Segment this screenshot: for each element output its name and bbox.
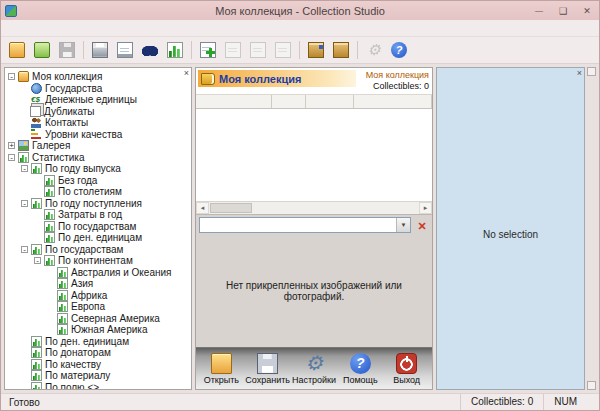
preview-scrollbar[interactable] [587, 67, 596, 390]
tree-item[interactable]: Северная Америка [8, 313, 191, 325]
tree-item[interactable]: - По году выпуска [8, 163, 191, 175]
delete-item-button[interactable] [246, 39, 270, 62]
scrollbar-thumb[interactable] [210, 203, 252, 213]
tree-item[interactable]: Австралия и Океания [8, 267, 191, 279]
tree-item[interactable]: Азия [8, 278, 191, 290]
tree-item[interactable]: Европа [8, 301, 191, 313]
table-column-header[interactable] [196, 95, 272, 108]
tree-expander-icon[interactable] [47, 292, 54, 299]
new-collection-button[interactable] [30, 39, 54, 62]
tree-item-icon [31, 117, 42, 128]
tree-expander-icon[interactable]: - [21, 246, 28, 253]
scroll-down-icon[interactable] [587, 381, 596, 390]
tree-item[interactable]: Контакты [8, 117, 191, 129]
tree-item-icon [31, 382, 42, 390]
tree-item[interactable]: Без года [8, 175, 191, 187]
tree-expander-icon[interactable]: - [34, 257, 41, 264]
tree-expander-icon[interactable] [47, 280, 54, 287]
import-button[interactable] [329, 39, 353, 62]
tree-expander-icon[interactable] [21, 372, 28, 379]
tree-item[interactable]: Уровни качества [8, 129, 191, 141]
tree-expander-icon[interactable] [47, 315, 54, 322]
tree-panel-close-icon[interactable] [184, 69, 189, 78]
attachment-dropdown[interactable] [199, 217, 411, 233]
tree-item[interactable]: Дубликаты [8, 106, 191, 118]
duplicate-item-button[interactable] [271, 39, 295, 62]
tree-item[interactable]: - Моя коллекция [8, 71, 191, 83]
print-button[interactable] [88, 39, 112, 62]
open-button[interactable]: Открыть [200, 353, 242, 385]
tree-item[interactable]: Денежные единицы [8, 94, 191, 106]
tree-item[interactable]: По ден. единицам [8, 232, 191, 244]
open-collection-button[interactable] [5, 39, 29, 62]
tree-item[interactable]: - По континентам [8, 255, 191, 267]
search-button[interactable] [138, 39, 162, 62]
tree-item[interactable]: - По государствам [8, 244, 191, 256]
tree-item[interactable]: По донаторам [8, 347, 191, 359]
toolbar-button-icon [391, 42, 407, 58]
table-column-header[interactable] [354, 95, 432, 108]
help-button[interactable]: Помощь [339, 353, 381, 385]
tree-item[interactable]: Государства [8, 83, 191, 95]
print-preview-button[interactable] [113, 39, 137, 62]
tree-expander-icon[interactable] [21, 384, 28, 390]
table-body[interactable] [196, 109, 432, 201]
statistics-button[interactable] [163, 39, 187, 62]
tree-item[interactable]: Южная Америка [8, 324, 191, 336]
delete-attachment-icon[interactable] [415, 216, 429, 234]
add-item-button[interactable] [196, 39, 220, 62]
save-button[interactable] [55, 39, 79, 62]
tree-expander-icon[interactable] [34, 234, 41, 241]
tree-expander-icon[interactable] [21, 108, 28, 115]
titlebar[interactable]: Моя коллекция - Collection Studio [1, 1, 599, 20]
tree-item[interactable]: - По году поступления [8, 198, 191, 210]
tree-expander-icon[interactable] [47, 326, 54, 333]
tree-item[interactable]: По полю <> [8, 382, 191, 391]
preview-panel-close-icon[interactable] [577, 69, 582, 78]
tree-expander-icon[interactable]: + [8, 142, 15, 149]
tree-expander-icon[interactable] [21, 349, 28, 356]
tree-item[interactable]: + Галерея [8, 140, 191, 152]
tree-item[interactable]: По материалу [8, 370, 191, 382]
tree-expander-icon[interactable] [21, 85, 28, 92]
tree-expander-icon[interactable] [47, 269, 54, 276]
tree-expander-icon[interactable]: - [21, 200, 28, 207]
tree-expander-icon[interactable]: - [21, 165, 28, 172]
tree-expander-icon[interactable] [21, 361, 28, 368]
tree-expander-icon[interactable] [21, 131, 28, 138]
tree-item-label: По континентам [58, 255, 133, 266]
tree-item-label: По полю <> [45, 382, 99, 390]
settings-button[interactable]: Настройки [293, 353, 335, 385]
edit-item-button[interactable] [221, 39, 245, 62]
tree-item[interactable]: Затраты в год [8, 209, 191, 221]
tree-item[interactable]: По столетиям [8, 186, 191, 198]
tree-expander-icon[interactable] [21, 96, 28, 103]
settings-button[interactable] [362, 39, 386, 62]
tree-expander-icon[interactable] [34, 211, 41, 218]
toolbar-button-icon [117, 42, 133, 58]
tree-expander-icon[interactable] [34, 223, 41, 230]
toolbar-button-icon [275, 42, 291, 58]
export-button[interactable] [304, 39, 328, 62]
tree-expander-icon[interactable] [34, 177, 41, 184]
tree-item[interactable]: По государствам [8, 221, 191, 233]
tree-item[interactable]: По качеству [8, 359, 191, 371]
table-column-header[interactable] [306, 95, 354, 108]
tree-expander-icon[interactable] [21, 119, 28, 126]
table-column-header[interactable] [272, 95, 306, 108]
tree-item[interactable]: Африка [8, 290, 191, 302]
save-button[interactable]: Сохранить [247, 353, 289, 385]
scroll-up-icon[interactable] [587, 67, 596, 76]
tree-expander-icon[interactable] [21, 338, 28, 345]
scroll-right-icon[interactable] [419, 202, 432, 214]
scroll-left-icon[interactable] [196, 202, 209, 214]
tree-expander-icon[interactable] [47, 303, 54, 310]
tree-expander-icon[interactable]: - [8, 154, 15, 161]
tree-expander-icon[interactable]: - [8, 73, 15, 80]
tree-expander-icon[interactable] [34, 188, 41, 195]
help-button[interactable] [387, 39, 411, 62]
tree-item[interactable]: - Статистика [8, 152, 191, 164]
tree-item[interactable]: По ден. единицам [8, 336, 191, 348]
chevron-down-icon[interactable] [396, 218, 410, 232]
exit-button[interactable]: Выход [386, 353, 428, 385]
